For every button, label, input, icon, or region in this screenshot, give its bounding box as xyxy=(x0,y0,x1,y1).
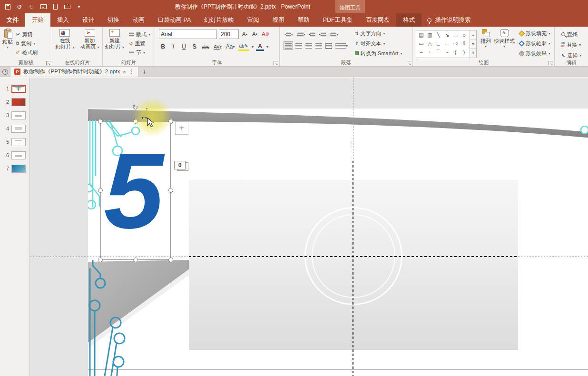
shape-icon[interactable]: □ xyxy=(451,31,460,39)
numbering-button[interactable]: 1▾ xyxy=(295,30,306,39)
tab-home[interactable]: 开始 xyxy=(25,13,50,27)
slide-thumbnail-6[interactable]: 6 xyxy=(0,148,29,162)
copy-button[interactable]: ⧉复制▾ xyxy=(14,39,39,48)
horizontal-guide-right[interactable] xyxy=(518,257,588,257)
animation-order-badge[interactable]: 0 xyxy=(174,161,186,169)
shape-icon[interactable]: ╲ xyxy=(434,31,442,39)
tab-transitions[interactable]: 切换 xyxy=(101,13,126,27)
gallery-up-icon[interactable]: ▲ xyxy=(470,30,476,40)
tab-file[interactable]: 文件 xyxy=(0,13,25,27)
shape-icon[interactable]: ⌣ xyxy=(417,48,425,56)
replace-button[interactable]: abac替换▾ xyxy=(560,40,583,49)
slide-editing-surface[interactable]: 5 ↻ + 0 ↑ xyxy=(88,109,588,376)
shape-icon[interactable]: ⇩ xyxy=(460,40,468,48)
format-painter-button[interactable]: ✐格式刷 xyxy=(14,48,39,57)
bold-button[interactable]: B xyxy=(159,42,167,51)
slide-thumbnail-5[interactable]: 5 xyxy=(0,135,29,148)
shape-outline-button[interactable]: 形状轮廓▾ xyxy=(518,39,552,48)
gallery-down-icon[interactable]: ▼ xyxy=(470,40,476,49)
horizontal-guide[interactable] xyxy=(189,256,518,257)
slideshow-icon[interactable]: ▸ xyxy=(39,3,47,10)
italic-button[interactable]: I xyxy=(169,42,177,51)
slide-thumbnail-7[interactable]: 7 xyxy=(0,162,29,175)
font-size-input[interactable] xyxy=(219,30,239,39)
gallery-more-icon[interactable]: ⊽ xyxy=(470,49,476,58)
resize-handle-bottom-left[interactable] xyxy=(98,257,103,262)
slide-thumbnail-2[interactable]: 2 xyxy=(0,95,29,109)
increase-indent-button[interactable]: ▸ xyxy=(318,30,327,39)
font-color-button[interactable]: A xyxy=(256,42,264,51)
shape-icon[interactable]: ⇨ xyxy=(451,40,460,48)
align-left-button[interactable] xyxy=(284,41,293,50)
slide-thumbnail-4[interactable]: 4 xyxy=(0,122,29,135)
shape-icon[interactable]: ▤ xyxy=(417,31,425,39)
tell-me-search[interactable]: 操作说明搜索 xyxy=(421,13,476,27)
highlight-color-button[interactable]: ab✎ xyxy=(238,42,249,51)
slide-thumbnail-1[interactable]: 1 xyxy=(0,82,29,95)
shape-effects-button[interactable]: 形状效果▾ xyxy=(518,49,552,58)
align-center-button[interactable] xyxy=(294,41,303,50)
distribute-button[interactable] xyxy=(324,41,333,50)
save-icon[interactable] xyxy=(4,3,11,10)
dialog-launcher-icon[interactable]: ↘ xyxy=(549,61,553,65)
resize-handle-middle-left[interactable] xyxy=(98,188,103,193)
convert-smartart-button[interactable]: 转换为 SmartArt▾ xyxy=(353,49,403,58)
tab-insert[interactable]: 插入 xyxy=(50,13,76,27)
select-button[interactable]: ⇖选择▾ xyxy=(560,51,583,59)
decrease-indent-button[interactable]: ◂ xyxy=(308,30,317,39)
arrange-button[interactable]: 排列 ▾ xyxy=(479,28,492,50)
quick-styles-button[interactable]: ✎ 快速样式 ▾ xyxy=(492,28,516,50)
layout-button[interactable]: 版式▾ xyxy=(127,30,152,39)
columns-button[interactable]: ▾ xyxy=(334,41,349,50)
vertical-guide[interactable] xyxy=(353,161,353,376)
font-name-input[interactable] xyxy=(159,30,217,39)
underline-button[interactable]: U xyxy=(180,42,188,51)
tab-pdf-tools[interactable]: PDF工具集 xyxy=(316,13,360,27)
dialog-launcher-icon[interactable]: ↘ xyxy=(274,61,278,65)
shape-icon[interactable]: } xyxy=(460,48,468,56)
bullets-button[interactable]: •▾ xyxy=(284,30,294,39)
shape-icon[interactable]: ~ xyxy=(443,48,451,56)
shape-fill-button[interactable]: 形状填充▾ xyxy=(518,29,552,38)
redo-icon[interactable]: ↻ xyxy=(28,3,35,10)
resize-handle-top-left[interactable] xyxy=(98,119,103,124)
shape-icon[interactable]: { xyxy=(451,48,460,56)
resize-handle-bottom-right[interactable] xyxy=(168,257,173,262)
shape-icon[interactable]: ⌒ xyxy=(434,48,442,56)
cut-button[interactable]: ✂剪切 xyxy=(14,30,39,39)
shape-icon[interactable]: ⌐ xyxy=(443,40,451,48)
shape-icon[interactable]: ↘ xyxy=(443,31,451,39)
tab-menu-icon[interactable]: ⋮ xyxy=(129,69,134,75)
change-case-button[interactable]: Aa▾ xyxy=(225,42,236,51)
customize-qat-icon[interactable]: ▾ xyxy=(75,3,83,10)
align-text-button[interactable]: ⇕对齐文本▾ xyxy=(353,39,403,48)
dialog-launcher-icon[interactable]: ↘ xyxy=(46,61,50,65)
close-tab-icon[interactable]: × xyxy=(123,69,126,75)
text-direction-button[interactable]: ⇅文字方向▾ xyxy=(353,29,403,38)
vertical-guide-upper[interactable] xyxy=(353,78,353,161)
shape-icon[interactable]: △ xyxy=(426,40,434,48)
tab-pocket-animation[interactable]: 口袋动画 PA xyxy=(151,13,197,27)
resize-handle-bottom-center[interactable] xyxy=(133,257,138,262)
grow-font-button[interactable]: A▴ xyxy=(241,30,249,39)
new-animation-page-button[interactable]: ➤ 新加 动画页 ▾ xyxy=(79,28,101,51)
tab-slideshow[interactable]: 幻灯片放映 xyxy=(197,13,241,27)
tab-view[interactable]: 视图 xyxy=(266,13,291,27)
undo-icon[interactable]: ↺ xyxy=(16,3,23,10)
insert-placeholder-button[interactable]: + xyxy=(175,121,188,135)
line-spacing-button[interactable]: ↕▾ xyxy=(328,30,340,39)
tab-format[interactable]: 格式 xyxy=(396,13,421,27)
slide-thumbnail-3[interactable]: 3 xyxy=(0,109,29,122)
tab-baidu-netdisk[interactable]: 百度网盘 xyxy=(359,13,396,27)
highlight-dropdown[interactable]: ▾ xyxy=(252,45,254,49)
resize-handle-middle-right[interactable] xyxy=(168,188,173,193)
tab-history-button[interactable] xyxy=(0,67,10,77)
section-button[interactable]: 节▾ xyxy=(127,48,152,57)
shape-icon[interactable]: ∟ xyxy=(434,40,442,48)
reset-button[interactable]: ↺重置 xyxy=(127,39,152,48)
align-right-button[interactable] xyxy=(304,41,313,50)
dialog-launcher-icon[interactable]: ↘ xyxy=(407,61,411,65)
character-spacing-button[interactable]: AV▾ xyxy=(213,42,223,51)
tab-animations[interactable]: 动画 xyxy=(126,13,151,27)
new-tab-button[interactable]: + xyxy=(138,67,151,77)
